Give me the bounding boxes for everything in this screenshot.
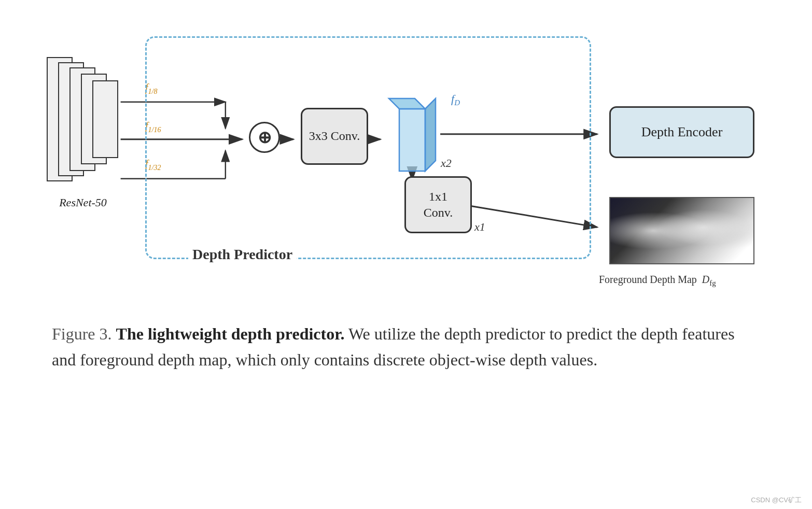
depth-predictor-box: Depth Predictor xyxy=(145,36,591,259)
caption-area: Figure 3. The lightweight depth predicto… xyxy=(31,311,781,373)
resnet-layer-5 xyxy=(92,80,118,158)
caption-text: Figure 3. The lightweight depth predicto… xyxy=(52,321,760,373)
resnet-block: ResNet-50 xyxy=(47,47,119,223)
diagram-area: ResNet-50 f1/8 f1/16 f1/32 ⊕ 3x3 Conv. xyxy=(31,21,781,311)
depth-encoder-label: Depth Encoder xyxy=(641,124,723,140)
depth-predictor-label: Depth Predictor xyxy=(188,246,297,263)
depth-map-overlay xyxy=(610,198,753,263)
watermark: CSDN @CV矿工 xyxy=(751,496,802,505)
depth-map-label: Foreground Depth Map Dfg xyxy=(599,274,716,288)
caption-figure-num: Figure 3. xyxy=(52,324,112,343)
caption-bold-part: The lightweight depth predictor. xyxy=(116,324,345,343)
resnet-layers xyxy=(47,47,119,192)
depth-encoder-box: Depth Encoder xyxy=(609,106,754,158)
resnet-label: ResNet-50 xyxy=(47,196,119,209)
depth-map-image xyxy=(609,197,754,264)
main-container: ResNet-50 f1/8 f1/16 f1/32 ⊕ 3x3 Conv. xyxy=(0,0,812,509)
